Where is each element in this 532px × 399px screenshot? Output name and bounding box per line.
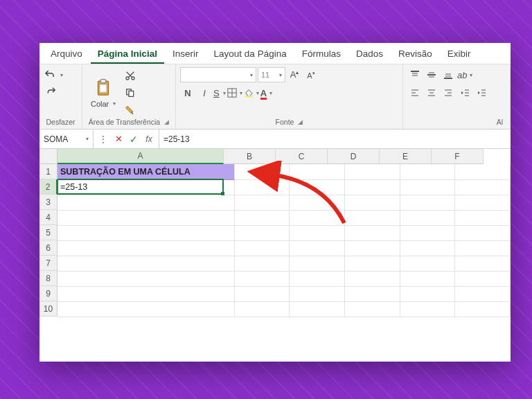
cell-A9[interactable] [57, 286, 234, 301]
row-header-6[interactable]: 6 [39, 240, 57, 256]
cell-C4[interactable] [290, 210, 345, 225]
cell-F6[interactable] [455, 240, 511, 256]
tab-formulas[interactable]: Fórmulas [295, 44, 348, 64]
row-header-9[interactable]: 9 [39, 286, 57, 301]
row-header-10[interactable]: 10 [39, 301, 57, 317]
cell-D5[interactable] [344, 225, 400, 240]
cell-E2[interactable] [400, 179, 455, 195]
fill-color-button[interactable]: ▾ [244, 85, 259, 100]
clipboard-launcher-icon[interactable]: ◢ [164, 118, 169, 125]
cell-D2[interactable] [344, 179, 400, 195]
tab-dados[interactable]: Dados [349, 44, 390, 64]
italic-button[interactable]: I [197, 85, 212, 100]
cell-C7[interactable] [290, 256, 345, 271]
cell-C10[interactable] [290, 301, 345, 317]
cell-B4[interactable] [234, 210, 290, 225]
cell-F8[interactable] [455, 271, 511, 286]
underline-button[interactable]: S▾ [213, 85, 226, 100]
column-header-E[interactable]: E [380, 149, 432, 164]
cell-E3[interactable] [400, 195, 455, 210]
enter-button[interactable]: ✓ [127, 132, 141, 147]
column-header-A[interactable]: A [57, 149, 224, 164]
increase-indent-button[interactable] [474, 85, 489, 100]
cell-F1[interactable] [455, 164, 511, 179]
decrease-indent-button[interactable] [457, 85, 472, 100]
cell-E8[interactable] [400, 271, 455, 286]
cell-F5[interactable] [455, 225, 511, 240]
cell-F10[interactable] [455, 301, 511, 317]
decrease-font-button[interactable]: A▾ [303, 67, 319, 82]
font-launcher-icon[interactable]: ◢ [298, 118, 303, 125]
cell-B1[interactable] [234, 164, 290, 179]
row-header-3[interactable]: 3 [39, 195, 57, 210]
undo-button[interactable]: ▾ [44, 67, 63, 82]
align-left-button[interactable] [407, 85, 423, 100]
cell-F7[interactable] [455, 256, 511, 271]
formula-bar-expand[interactable]: ⋮ [96, 132, 110, 147]
cell-C3[interactable] [290, 195, 345, 210]
cut-button[interactable] [123, 68, 138, 83]
tab-revisao[interactable]: Revisão [391, 44, 439, 64]
tab-layout[interactable]: Layout da Página [207, 44, 294, 64]
font-size-combo[interactable]: 11 ▾ [258, 67, 285, 82]
cell-A10[interactable] [57, 301, 234, 317]
insert-function-button[interactable]: fx [142, 132, 156, 147]
cell-F4[interactable] [455, 210, 511, 225]
cell-C5[interactable] [290, 225, 345, 240]
column-header-B[interactable]: B [224, 149, 276, 164]
cell-E9[interactable] [400, 286, 455, 301]
cell-B2[interactable] [234, 179, 290, 195]
cell-B5[interactable] [234, 225, 290, 240]
cell-D8[interactable] [344, 271, 400, 286]
cell-E10[interactable] [400, 301, 455, 317]
cell-A6[interactable] [57, 240, 234, 256]
border-button[interactable]: ▾ [227, 85, 242, 100]
increase-font-button[interactable]: A▴ [287, 67, 302, 82]
cancel-button[interactable]: ✕ [112, 132, 125, 147]
font-name-combo[interactable]: ▾ [180, 67, 256, 82]
tab-inserir[interactable]: Inserir [166, 44, 206, 64]
cell-B6[interactable] [234, 240, 290, 256]
cell-A8[interactable] [57, 271, 234, 286]
row-header-5[interactable]: 5 [39, 225, 57, 240]
align-right-button[interactable] [441, 85, 456, 100]
orientation-button[interactable]: ab▾ [457, 67, 472, 82]
row-header-7[interactable]: 7 [39, 256, 57, 271]
format-painter-button[interactable] [123, 103, 138, 118]
cell-A5[interactable] [57, 225, 234, 240]
cell-B9[interactable] [234, 286, 290, 301]
name-box[interactable]: SOMA ▾ [39, 130, 94, 148]
cell-E7[interactable] [400, 256, 455, 271]
cell-A2[interactable]: =25-13 [57, 179, 234, 195]
cell-A3[interactable] [57, 195, 234, 210]
cell-E5[interactable] [400, 225, 455, 240]
cell-C9[interactable] [290, 286, 345, 301]
cell-D6[interactable] [344, 240, 400, 256]
cell-A4[interactable] [57, 210, 234, 225]
row-header-2[interactable]: 2 [39, 179, 57, 195]
cell-C1[interactable] [290, 164, 345, 179]
cell-D7[interactable] [344, 256, 400, 271]
cell-D3[interactable] [344, 195, 400, 210]
column-header-F[interactable]: F [432, 149, 484, 164]
align-bottom-button[interactable] [441, 67, 456, 82]
cell-D9[interactable] [344, 286, 400, 301]
copy-button[interactable] [123, 85, 138, 100]
cell-D1[interactable] [344, 164, 400, 179]
column-header-C[interactable]: C [276, 149, 328, 164]
cell-B8[interactable] [234, 271, 290, 286]
row-header-1[interactable]: 1 [39, 164, 57, 179]
cell-D4[interactable] [344, 210, 400, 225]
cell-B7[interactable] [234, 256, 290, 271]
column-header-D[interactable]: D [328, 149, 380, 164]
align-middle-button[interactable] [424, 67, 439, 82]
cell-C8[interactable] [290, 271, 345, 286]
tab-arquivo[interactable]: Arquivo [44, 44, 89, 64]
bold-button[interactable]: N [180, 85, 195, 100]
select-all-corner[interactable] [39, 149, 57, 164]
cell-C6[interactable] [290, 240, 345, 256]
formula-input[interactable]: =25-13 [159, 130, 511, 148]
cell-C2[interactable] [290, 179, 345, 195]
cell-B3[interactable] [234, 195, 290, 210]
row-header-8[interactable]: 8 [39, 271, 57, 286]
